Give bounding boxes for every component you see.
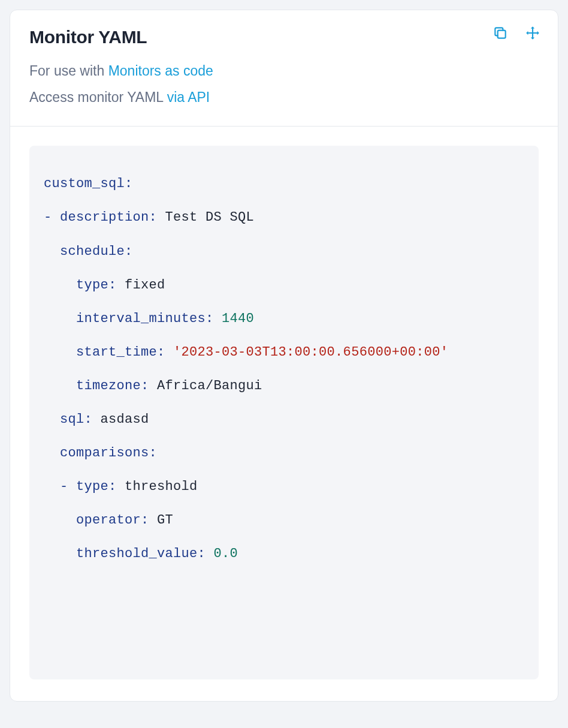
card-title: Monitor YAML: [29, 27, 539, 47]
yaml-val-operator: GT: [157, 513, 173, 528]
yaml-val-timezone: Africa/Bangui: [157, 378, 262, 393]
yaml-key-comparisons: comparisons: [60, 446, 149, 461]
subtitle-2: Access monitor YAML via API: [29, 85, 539, 111]
card-header: Monitor YAML For use with Monitors as co…: [10, 10, 558, 127]
yaml-val-description: Test DS SQL: [165, 210, 255, 225]
yaml-val-start-time: '2023-03-03T13:00:00.656000+00:00': [173, 345, 448, 360]
yaml-key-timezone: timezone: [76, 378, 141, 393]
subtitle-1: For use with Monitors as code: [29, 58, 539, 85]
header-actions: [492, 25, 541, 41]
yaml-key-sql: sql: [60, 412, 84, 427]
svg-rect-0: [498, 31, 506, 38]
yaml-key-start-time: start_time: [76, 345, 157, 360]
monitor-yaml-card: Monitor YAML For use with Monitors as co…: [10, 10, 558, 702]
card-body: custom_sql: - description: Test DS SQL s…: [10, 127, 558, 700]
yaml-key-schedule-type: type: [76, 278, 108, 293]
subtitle-2-prefix: Access monitor YAML: [29, 89, 167, 105]
subtitle-1-prefix: For use with: [29, 63, 108, 79]
move-icon[interactable]: [524, 25, 541, 41]
yaml-val-cmp-type: threshold: [125, 479, 198, 494]
yaml-code-block: custom_sql: - description: Test DS SQL s…: [29, 146, 539, 679]
yaml-key-schedule: schedule: [60, 244, 125, 259]
monitors-as-code-link[interactable]: Monitors as code: [108, 63, 213, 79]
yaml-val-sql: asdasd: [101, 412, 149, 427]
via-api-link[interactable]: via API: [167, 89, 210, 105]
yaml-key-description: description: [60, 210, 149, 225]
yaml-key-cmp-type: type: [76, 479, 108, 494]
yaml-key-interval: interval_minutes: [76, 311, 206, 326]
yaml-val-interval: 1440: [222, 311, 254, 326]
yaml-key-threshold: threshold_value: [76, 546, 198, 561]
yaml-key-custom-sql: custom_sql: [44, 176, 125, 191]
copy-icon[interactable]: [492, 25, 509, 41]
yaml-key-operator: operator: [76, 513, 141, 528]
yaml-val-schedule-type: fixed: [125, 278, 165, 293]
yaml-val-threshold: 0.0: [214, 546, 238, 561]
